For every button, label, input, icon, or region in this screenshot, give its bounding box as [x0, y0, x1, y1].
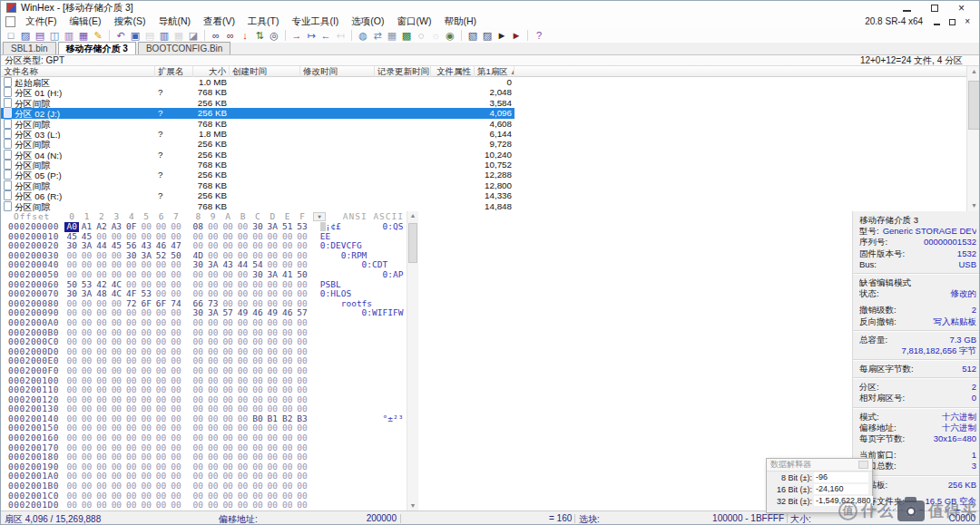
tab-bootconfig[interactable]: BOOTCONFIG.Bin — [138, 42, 230, 54]
hex-byte[interactable]: 08 — [191, 222, 205, 232]
scroll-up-icon[interactable]: ▲ — [407, 211, 418, 220]
hex-byte[interactable]: 00 — [124, 270, 139, 280]
encoding-dropdown[interactable]: ▼ — [313, 212, 326, 221]
mdi-restore-button[interactable] — [949, 16, 956, 27]
copy-icon[interactable]: ▣ — [128, 29, 142, 42]
magnifier-icon[interactable]: ◌ — [414, 29, 428, 42]
hex-byte[interactable]: 00 — [94, 501, 109, 510]
hex-byte[interactable]: 00 — [124, 501, 139, 510]
hex-byte[interactable]: 00 — [139, 270, 153, 280]
hex-byte[interactable]: 00 — [64, 501, 79, 510]
table-row[interactable]: 分区 03 (L:)?1.8 MB6,144 — [1, 129, 514, 139]
hex-byte[interactable]: 00 — [235, 501, 250, 510]
pointer-icon[interactable]: ► — [495, 29, 509, 42]
hex-byte[interactable]: 00 — [220, 366, 235, 376]
hex-byte[interactable]: 41 — [279, 270, 294, 280]
hex-byte[interactable]: 00 — [169, 501, 183, 510]
hex-byte[interactable]: 00 — [250, 318, 265, 328]
mdi-close-button[interactable]: × — [965, 17, 970, 26]
hex-byte[interactable]: 00 — [109, 366, 123, 376]
open-file-icon[interactable]: ▨ — [18, 29, 33, 42]
table-row[interactable]: 分区 01 (H:)?768 KB2,048 — [1, 87, 514, 97]
window-tile-icon[interactable]: ▨ — [480, 29, 495, 42]
hex-byte[interactable]: 53 — [295, 222, 309, 232]
column-header-filename[interactable]: 文件名称 — [1, 66, 155, 77]
hex-byte[interactable]: 00 — [206, 501, 220, 510]
hex-byte[interactable]: 00 — [191, 501, 205, 510]
tab-device3[interactable]: 移动存储介质 3 — [58, 42, 136, 54]
interpreter-value[interactable]: -24,160 — [814, 484, 868, 494]
table-row[interactable]: 分区间隙256 KB3,584 — [1, 98, 514, 108]
hex-byte[interactable]: 00 — [235, 222, 250, 232]
goto-offset-icon[interactable]: ◎ — [267, 29, 281, 42]
hex-byte[interactable]: 00 — [279, 366, 294, 376]
hex-byte[interactable]: 00 — [109, 501, 123, 510]
hex-byte[interactable]: 00 — [235, 318, 250, 328]
menu-item-search[interactable]: 搜索(S) — [107, 15, 152, 28]
hex-byte[interactable]: 00 — [220, 222, 235, 232]
column-header-attr[interactable]: 文件属性 — [431, 66, 475, 77]
hex-byte[interactable]: 00 — [235, 270, 250, 280]
hex-byte[interactable]: 00 — [139, 501, 153, 510]
hex-byte[interactable]: 00 — [124, 318, 139, 328]
hex-byte[interactable]: 00 — [153, 270, 168, 280]
converter-icon[interactable]: ⇄ — [370, 29, 385, 42]
tab-sbl1[interactable]: SBL1.bin — [3, 42, 56, 54]
hex-byte[interactable]: 00 — [295, 501, 309, 510]
ascii-cell[interactable] — [320, 366, 404, 376]
clipboard-icon[interactable]: ▥ — [157, 29, 172, 42]
menu-item-help[interactable]: 帮助(H) — [437, 15, 483, 28]
hex-byte[interactable]: 00 — [109, 318, 123, 328]
hex-byte[interactable]: 00 — [220, 270, 235, 280]
ascii-cell[interactable]: 0:AP — [320, 270, 404, 280]
hex-byte[interactable]: 00 — [109, 270, 123, 280]
go-back-icon[interactable]: ← — [318, 29, 333, 42]
column-header-sector[interactable]: 第1扇区 ▲ — [475, 66, 514, 77]
table-row[interactable]: 分区 05 (P:)?256 KB12,288 — [1, 170, 514, 180]
document-icon[interactable] — [5, 16, 15, 27]
hex-byte[interactable]: 00 — [169, 366, 183, 376]
interpreter-value[interactable]: -96 — [814, 472, 868, 482]
help-icon[interactable]: ? — [532, 29, 546, 42]
hex-byte[interactable]: 00 — [235, 366, 250, 376]
hex-byte[interactable]: 50 — [295, 270, 309, 280]
scroll-down-icon[interactable]: ▼ — [967, 201, 980, 210]
hex-byte[interactable]: 00 — [206, 222, 220, 232]
hex-byte[interactable]: 00 — [139, 366, 153, 376]
ascii-cell[interactable]: ¡¢£ 0:QS — [320, 222, 404, 232]
go-to-end-icon[interactable]: ↦ — [304, 29, 318, 42]
hex-byte[interactable]: 00 — [153, 501, 168, 510]
hex-byte[interactable]: 00 — [191, 318, 205, 328]
column-header-updated[interactable]: 记录更新时间 — [375, 66, 431, 77]
hex-byte[interactable]: 00 — [94, 318, 109, 328]
calculator-icon[interactable]: ▦ — [385, 29, 399, 42]
table-row[interactable]: 起始扇区1.0 MB0 — [1, 77, 514, 87]
open-disk-icon[interactable]: ▥ — [62, 29, 76, 42]
hex-byte[interactable]: 00 — [139, 222, 153, 232]
data-interpreter-options-button[interactable] — [858, 461, 868, 469]
hex-byte[interactable]: 00 — [206, 366, 220, 376]
mdi-minimize-button[interactable] — [934, 16, 940, 27]
hex-byte[interactable]: 00 — [169, 222, 183, 232]
table-row[interactable]: 分区间隙768 KB10,752 — [1, 160, 514, 170]
hex-byte[interactable]: 00 — [220, 501, 235, 510]
menu-item-options[interactable]: 选项(O) — [345, 15, 390, 28]
hex-byte[interactable]: 00 — [191, 270, 205, 280]
hex-byte[interactable]: 00 — [64, 270, 79, 280]
hex-byte[interactable]: 00 — [153, 366, 168, 376]
hex-byte[interactable]: 00 — [79, 501, 93, 510]
menu-item-navigation[interactable]: 导航(N) — [152, 15, 197, 28]
scrollbar-thumb[interactable] — [408, 223, 417, 263]
maximize-button[interactable] — [931, 3, 938, 14]
hex-byte[interactable]: 3A — [265, 270, 279, 280]
hex-byte[interactable]: 00 — [79, 270, 93, 280]
table-row[interactable]: 分区间隙256 KB9,728 — [1, 139, 514, 149]
minimize-button[interactable] — [903, 3, 911, 14]
table-row[interactable]: 分区间隙768 KB4,608 — [1, 119, 514, 129]
continue-search-icon[interactable]: ↓ — [238, 29, 252, 42]
hex-byte[interactable]: 00 — [279, 318, 294, 328]
hex-byte[interactable]: 00 — [169, 270, 183, 280]
hex-byte[interactable]: 51 — [279, 222, 294, 232]
undo-icon[interactable]: ↶ — [113, 29, 128, 42]
hex-byte[interactable]: 00 — [265, 318, 279, 328]
